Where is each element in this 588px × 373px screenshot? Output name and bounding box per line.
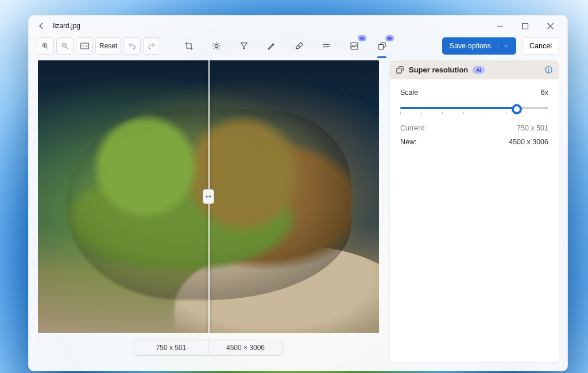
fit-icon xyxy=(80,43,89,49)
upscale-icon xyxy=(377,41,386,51)
new-value: 4500 x 3006 xyxy=(509,138,548,146)
before-region xyxy=(38,60,208,333)
undo-icon xyxy=(128,42,136,50)
generative-fill-tool[interactable]: AI xyxy=(346,37,363,55)
current-value: 750 x 501 xyxy=(517,124,548,132)
fit-to-window-button[interactable] xyxy=(76,37,93,55)
svg-rect-0 xyxy=(522,23,528,29)
file-name: lizard.jpg xyxy=(53,22,80,30)
upscale-icon xyxy=(396,66,404,74)
side-panel-header: Super resolution AI xyxy=(390,61,559,79)
scale-label: Scale xyxy=(400,89,418,97)
crop-tool[interactable] xyxy=(180,37,198,55)
info-button[interactable] xyxy=(544,66,553,74)
titlebar: lizard.jpg xyxy=(29,16,567,36)
info-icon xyxy=(544,66,553,74)
filter-icon xyxy=(239,41,249,51)
cancel-button[interactable]: Cancel xyxy=(522,37,559,55)
back-button[interactable] xyxy=(33,18,49,34)
cancel-label: Cancel xyxy=(529,42,552,50)
reset-button[interactable]: Reset xyxy=(95,37,121,55)
svg-point-4 xyxy=(215,44,218,47)
super-resolution-tool[interactable]: AI xyxy=(373,37,390,55)
undo-button[interactable] xyxy=(123,37,141,55)
svg-rect-5 xyxy=(351,43,358,49)
zoom-in-icon xyxy=(41,42,49,50)
blur-background-tool[interactable] xyxy=(318,37,335,55)
current-label: Current: xyxy=(400,124,426,132)
scale-slider[interactable] xyxy=(400,102,548,116)
slider-ticks xyxy=(400,111,548,114)
chevron-down-icon xyxy=(498,43,509,49)
back-arrow-icon xyxy=(37,22,45,30)
side-panel: Super resolution AI Scale 6x xyxy=(389,60,559,363)
window-minimize[interactable] xyxy=(487,17,512,35)
filter-tool[interactable] xyxy=(235,37,253,55)
window-close[interactable] xyxy=(537,17,563,35)
image-edit-icon xyxy=(350,41,359,51)
comparison-handle[interactable] xyxy=(203,189,214,204)
ai-badge: AI xyxy=(358,35,366,41)
adjust-tool[interactable] xyxy=(208,37,225,55)
image-preview xyxy=(38,60,379,333)
minimize-icon xyxy=(497,23,503,29)
toolbar: Reset xyxy=(29,36,567,59)
pencil-icon xyxy=(267,41,276,51)
zoom-in-button[interactable] xyxy=(37,37,54,55)
zoom-out-button[interactable] xyxy=(56,37,74,55)
save-label: Save options xyxy=(450,42,491,50)
reset-label: Reset xyxy=(99,42,117,50)
scale-value: 6x xyxy=(541,89,548,97)
ai-badge: AI xyxy=(473,66,485,74)
panel-title: Super resolution xyxy=(409,66,468,74)
adjust-icon xyxy=(212,41,221,51)
new-label: New: xyxy=(400,138,416,146)
redo-button[interactable] xyxy=(143,37,160,55)
svg-rect-6 xyxy=(378,44,384,49)
close-icon xyxy=(547,23,554,29)
after-dimensions: 4500 × 3006 xyxy=(208,340,283,356)
before-dimensions: 750 x 501 xyxy=(134,340,208,356)
crop-icon xyxy=(184,41,194,51)
redo-icon xyxy=(148,42,156,50)
eraser-icon xyxy=(295,41,304,51)
blur-icon xyxy=(322,41,331,51)
app-window: lizard.jpg Reset xyxy=(28,15,568,371)
markup-tool[interactable] xyxy=(263,37,280,55)
svg-rect-7 xyxy=(397,68,401,73)
erase-tool[interactable] xyxy=(291,37,308,55)
ai-badge: AI xyxy=(385,35,394,41)
svg-rect-3 xyxy=(80,43,88,49)
maximize-icon xyxy=(522,23,528,29)
window-maximize[interactable] xyxy=(512,17,537,35)
swap-horizontal-icon xyxy=(205,193,212,200)
zoom-out-icon xyxy=(61,42,69,50)
save-options-button[interactable]: Save options xyxy=(442,37,516,55)
dimension-pills: 750 x 501 4500 × 3006 xyxy=(134,340,283,356)
